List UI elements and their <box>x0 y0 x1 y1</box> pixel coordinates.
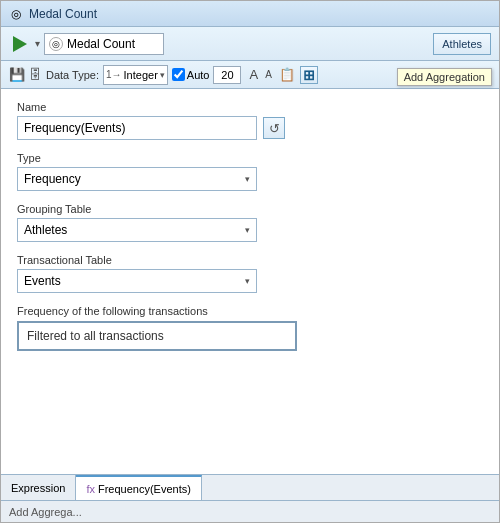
data-type-label: Data Type: <box>46 69 99 81</box>
grouping-table-field-group: Grouping Table Athletes ▾ <box>17 203 483 242</box>
grouping-table-label: Grouping Table <box>17 203 483 215</box>
window-title: Medal Count <box>29 7 97 21</box>
dropdown-arrow-icon[interactable]: ▾ <box>35 38 40 49</box>
reset-button[interactable]: ↺ <box>263 117 285 139</box>
transactional-table-arrow-icon: ▾ <box>245 276 250 286</box>
type-value: Frequency <box>24 172 81 186</box>
expression-tab-label: Expression <box>11 482 65 494</box>
frequency-text: Filtered to all transactions <box>27 329 164 343</box>
status-bar: Add Aggrega... <box>1 500 499 522</box>
data-type-select[interactable]: 1→ Integer ▾ <box>103 65 168 85</box>
main-content: Name ↺ Type Frequency ▾ Grouping Table A… <box>1 89 499 474</box>
grouping-table-arrow-icon: ▾ <box>245 225 250 235</box>
node-name: Medal Count <box>67 37 135 51</box>
data-type-icon: 1→ <box>106 69 122 80</box>
type-field-group: Type Frequency ▾ <box>17 152 483 191</box>
transactional-table-field-group: Transactional Table Events ▾ <box>17 254 483 293</box>
font-large-icon[interactable]: A <box>247 66 260 83</box>
title-bar: ◎ Medal Count <box>1 1 499 27</box>
grouping-table-select[interactable]: Athletes ▾ <box>17 218 257 242</box>
save-icon[interactable]: 💾 <box>9 67 25 82</box>
font-small-icon[interactable]: A <box>263 68 274 81</box>
data-type-arrow-icon: ▾ <box>160 70 165 80</box>
fx-icon: fx <box>86 483 95 495</box>
toolbar-icons-group: A A 📋 ⊞ <box>247 66 317 84</box>
grouping-table-value: Athletes <box>24 223 67 237</box>
frequency-tab-label: Frequency(Events) <box>98 483 191 495</box>
transactional-table-value: Events <box>24 274 61 288</box>
type-select-arrow-icon: ▾ <box>245 174 250 184</box>
main-window: ◎ Medal Count ▾ ◎ Medal Count Athletes 💾… <box>0 0 500 523</box>
status-text: Add Aggrega... <box>9 506 82 518</box>
toolbar-row1: ▾ ◎ Medal Count Athletes <box>1 27 499 61</box>
add-aggregation-button[interactable]: ⊞ <box>300 66 318 84</box>
name-input[interactable] <box>17 116 257 140</box>
bottom-tabs: Expression fx Frequency(Events) <box>1 474 499 500</box>
data-type-value: Integer <box>124 69 158 81</box>
frequency-label: Frequency of the following transactions <box>17 305 483 317</box>
transactional-table-label: Transactional Table <box>17 254 483 266</box>
type-label: Type <box>17 152 483 164</box>
athletes-button[interactable]: Athletes <box>433 33 491 55</box>
tooltip: Add Aggregation <box>397 68 492 86</box>
auto-value-input[interactable] <box>213 66 241 84</box>
name-label: Name <box>17 101 483 113</box>
database-icon[interactable]: 🗄 <box>29 67 42 82</box>
node-selector[interactable]: ◎ Medal Count <box>44 33 164 55</box>
auto-label: Auto <box>187 69 210 81</box>
window-icon: ◎ <box>9 7 23 21</box>
auto-checkbox-group: Auto <box>172 68 210 81</box>
frequency-tab[interactable]: fx Frequency(Events) <box>76 475 202 500</box>
name-field-group: Name ↺ <box>17 101 483 140</box>
play-button[interactable] <box>9 33 31 55</box>
name-field-row: ↺ <box>17 116 483 140</box>
frequency-field-group: Frequency of the following transactions … <box>17 305 483 351</box>
play-icon <box>13 36 27 52</box>
copy-icon[interactable]: 📋 <box>277 66 297 83</box>
node-circle-icon: ◎ <box>49 37 63 51</box>
type-select[interactable]: Frequency ▾ <box>17 167 257 191</box>
auto-checkbox[interactable] <box>172 68 185 81</box>
transactional-table-select[interactable]: Events ▾ <box>17 269 257 293</box>
frequency-box[interactable]: Filtered to all transactions <box>17 321 297 351</box>
expression-tab[interactable]: Expression <box>1 475 76 500</box>
